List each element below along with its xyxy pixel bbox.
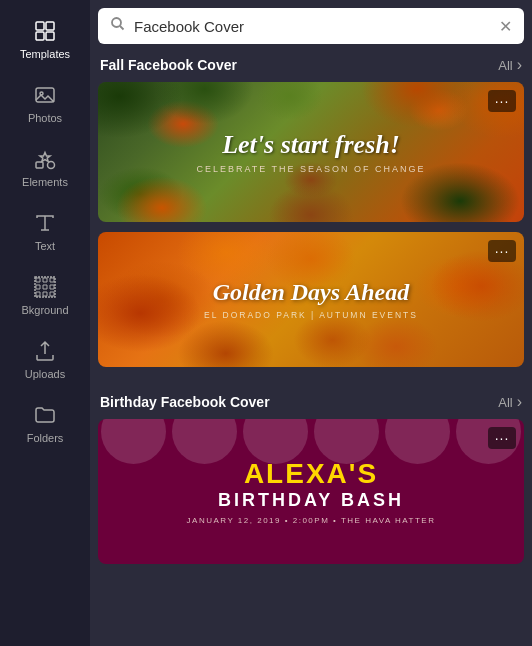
sidebar-item-label-templates: Templates: [20, 48, 70, 60]
card-birthday-image: ALEXA'S BIRTHDAY BASH JANUARY 12, 2019 •…: [98, 419, 524, 564]
fall-chevron-icon: ›: [517, 56, 522, 74]
svg-point-8: [112, 18, 121, 27]
card-birthday-text: ALEXA'S BIRTHDAY BASH JANUARY 12, 2019 •…: [187, 458, 436, 525]
templates-icon: [32, 18, 58, 44]
svg-rect-2: [36, 32, 44, 40]
sidebar-item-uploads[interactable]: Uploads: [5, 328, 85, 390]
birthday-section-title: Birthday Facebook Cover: [100, 394, 270, 410]
elements-icon: [32, 146, 58, 172]
text-icon: [32, 210, 58, 236]
card-birthday-party: BIRTHDAY BASH: [187, 490, 436, 511]
background-icon: [32, 274, 58, 300]
sidebar: Templates Photos Elements: [0, 0, 90, 646]
main-content: ✕ Fall Facebook Cover All › Let's start …: [90, 0, 532, 646]
photos-icon: [32, 82, 58, 108]
svg-rect-3: [46, 32, 54, 40]
svg-point-7: [48, 162, 55, 169]
fall-section-all[interactable]: All ›: [498, 56, 522, 74]
card-1-more-button[interactable]: ···: [488, 90, 516, 112]
fall-facebook-section: Fall Facebook Cover All › Let's start fr…: [90, 56, 532, 393]
card-fall-1-subtitle: CELEBRATE THE SEASON OF CHANGE: [196, 164, 425, 174]
sidebar-item-label-elements: Elements: [22, 176, 68, 188]
template-card-lets-start-fresh[interactable]: Let's start fresh! CELEBRATE THE SEASON …: [98, 82, 524, 222]
sidebar-item-label-background: Bkground: [21, 304, 68, 316]
search-bar: ✕: [98, 8, 524, 44]
birthday-section-all[interactable]: All ›: [498, 393, 522, 411]
card-birthday-more-button[interactable]: ···: [488, 427, 516, 449]
template-card-golden-days[interactable]: Golden Days Ahead EL DORADO PARK | AUTUM…: [98, 232, 524, 367]
card-birthday-details: JANUARY 12, 2019 • 2:00PM • THE HAVA HAT…: [187, 516, 436, 525]
sidebar-item-background[interactable]: Bkground: [5, 264, 85, 326]
sidebar-item-label-folders: Folders: [27, 432, 64, 444]
fall-section-header: Fall Facebook Cover All ›: [98, 56, 524, 74]
card-fall-2-subtitle: EL DORADO PARK | AUTUMN EVENTS: [204, 310, 418, 320]
card-fall-1-image: Let's start fresh! CELEBRATE THE SEASON …: [98, 82, 524, 222]
card-fall-1-text: Let's start fresh! CELEBRATE THE SEASON …: [196, 130, 425, 174]
clear-icon[interactable]: ✕: [499, 17, 512, 36]
template-card-alexa-birthday[interactable]: ALEXA'S BIRTHDAY BASH JANUARY 12, 2019 •…: [98, 419, 524, 564]
card-birthday-name: ALEXA'S: [187, 458, 436, 490]
search-input[interactable]: [134, 18, 491, 35]
sidebar-item-photos[interactable]: Photos: [5, 72, 85, 134]
card-fall-2-text: Golden Days Ahead EL DORADO PARK | AUTUM…: [204, 279, 418, 320]
birthday-facebook-section: Birthday Facebook Cover All › ALEXA'S: [90, 393, 532, 590]
sidebar-item-elements[interactable]: Elements: [5, 136, 85, 198]
card-2-more-button[interactable]: ···: [488, 240, 516, 262]
sidebar-item-label-photos: Photos: [28, 112, 62, 124]
uploads-icon: [32, 338, 58, 364]
card-fall-2-title: Golden Days Ahead: [204, 279, 418, 306]
sidebar-item-label-text: Text: [35, 240, 55, 252]
folders-icon: [32, 402, 58, 428]
card-fall-2-image: Golden Days Ahead EL DORADO PARK | AUTUM…: [98, 232, 524, 367]
sidebar-item-text[interactable]: Text: [5, 200, 85, 262]
sidebar-item-label-uploads: Uploads: [25, 368, 65, 380]
fall-section-title: Fall Facebook Cover: [100, 57, 237, 73]
birthday-chevron-icon: ›: [517, 393, 522, 411]
svg-rect-0: [36, 22, 44, 30]
sidebar-item-folders[interactable]: Folders: [5, 392, 85, 454]
card-fall-1-title: Let's start fresh!: [196, 130, 425, 160]
birthday-section-header: Birthday Facebook Cover All ›: [98, 393, 524, 411]
sidebar-item-templates[interactable]: Templates: [5, 8, 85, 70]
fall-all-label: All: [498, 58, 512, 73]
svg-rect-1: [46, 22, 54, 30]
search-icon: [110, 16, 126, 36]
svg-rect-6: [36, 162, 43, 168]
birthday-all-label: All: [498, 395, 512, 410]
birthday-circle-1: [101, 419, 166, 464]
